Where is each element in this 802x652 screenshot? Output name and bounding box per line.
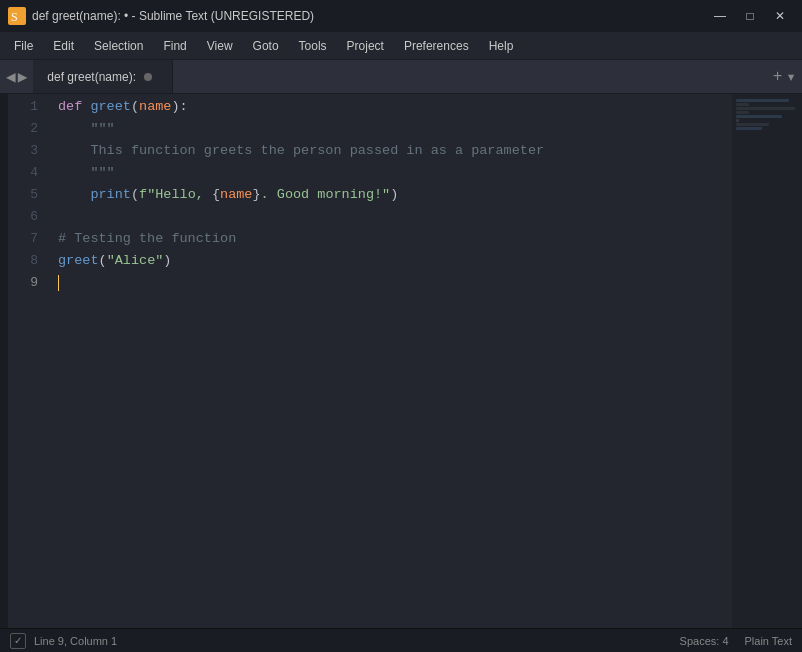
tab-next-icon[interactable]: ▶ — [18, 67, 28, 87]
tab-nav-arrows[interactable]: ◀ ▶ — [0, 60, 33, 93]
svg-text:S: S — [11, 10, 18, 24]
syntax-type[interactable]: Plain Text — [745, 635, 793, 647]
status-check-icon[interactable]: ✓ — [10, 633, 26, 649]
left-gutter-strip — [0, 94, 8, 628]
line-num-6: 6 — [8, 206, 48, 228]
line-num-2: 2 — [8, 118, 48, 140]
code-line-9 — [58, 272, 727, 294]
new-tab-icon[interactable]: + — [773, 68, 783, 86]
menu-goto[interactable]: Goto — [243, 35, 289, 57]
tab-prev-icon[interactable]: ◀ — [6, 67, 16, 87]
minimize-button[interactable]: — — [706, 5, 734, 27]
title-bar-left: S def greet(name): • - Sublime Text (UNR… — [8, 7, 314, 25]
close-button[interactable]: ✕ — [766, 5, 794, 27]
status-left: ✓ Line 9, Column 1 — [10, 633, 117, 649]
menu-project[interactable]: Project — [337, 35, 394, 57]
status-bar: ✓ Line 9, Column 1 Spaces: 4 Plain Text — [0, 628, 802, 652]
menu-bar: File Edit Selection Find View Goto Tools… — [0, 32, 802, 60]
menu-help[interactable]: Help — [479, 35, 524, 57]
code-editor[interactable]: def greet(name): """ This function greet… — [48, 94, 802, 628]
cursor-position[interactable]: Line 9, Column 1 — [34, 635, 117, 647]
menu-tools[interactable]: Tools — [289, 35, 337, 57]
maximize-button[interactable]: □ — [736, 5, 764, 27]
line-num-5: 5 — [8, 184, 48, 206]
menu-find[interactable]: Find — [153, 35, 196, 57]
line-number-gutter: 1 2 3 4 5 6 7 8 9 — [8, 94, 48, 628]
minimap-content — [732, 94, 802, 135]
menu-preferences[interactable]: Preferences — [394, 35, 479, 57]
line-num-4: 4 — [8, 162, 48, 184]
tab-label: def greet(name): — [47, 70, 136, 84]
line-num-9: 9 — [8, 272, 48, 294]
text-cursor — [58, 275, 59, 291]
line-num-3: 3 — [8, 140, 48, 162]
menu-file[interactable]: File — [4, 35, 43, 57]
tab-actions: + ▾ — [767, 60, 802, 93]
minimap[interactable] — [732, 94, 802, 628]
tab-bar: ◀ ▶ def greet(name): + ▾ — [0, 60, 802, 94]
line-num-7: 7 — [8, 228, 48, 250]
code-line-7: # Testing the function — [58, 228, 727, 250]
editor-container: 1 2 3 4 5 6 7 8 9 def greet(name): """ T… — [0, 94, 802, 628]
tab-modified-dot — [144, 73, 152, 81]
code-line-5: print(f"Hello, {name}. Good morning!") — [58, 184, 727, 206]
app-icon: S — [8, 7, 26, 25]
menu-selection[interactable]: Selection — [84, 35, 153, 57]
code-line-4: """ — [58, 162, 727, 184]
title-bar: S def greet(name): • - Sublime Text (UNR… — [0, 0, 802, 32]
indentation-type[interactable]: Spaces: 4 — [680, 635, 729, 647]
window-title: def greet(name): • - Sublime Text (UNREG… — [32, 9, 314, 23]
code-line-8: greet("Alice") — [58, 250, 727, 272]
window-controls: — □ ✕ — [706, 5, 794, 27]
line-num-1: 1 — [8, 96, 48, 118]
code-line-6 — [58, 206, 727, 228]
code-line-3: This function greets the person passed i… — [58, 140, 727, 162]
tab-spacer — [173, 60, 766, 93]
tab-greet[interactable]: def greet(name): — [33, 60, 173, 93]
menu-edit[interactable]: Edit — [43, 35, 84, 57]
code-line-1: def greet(name): — [58, 96, 727, 118]
status-right: Spaces: 4 Plain Text — [680, 635, 792, 647]
tab-dropdown-icon[interactable]: ▾ — [786, 67, 796, 87]
line-num-8: 8 — [8, 250, 48, 272]
menu-view[interactable]: View — [197, 35, 243, 57]
code-line-2: """ — [58, 118, 727, 140]
